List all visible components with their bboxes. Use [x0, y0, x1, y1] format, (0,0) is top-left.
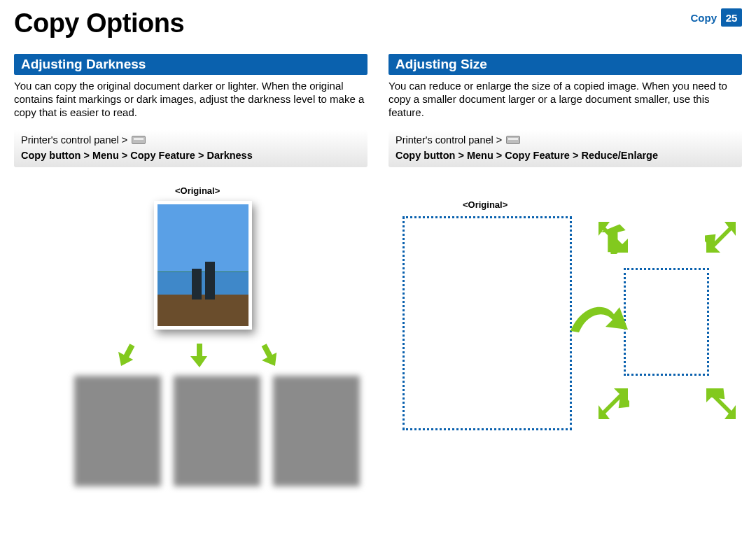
original-label: <Original>	[463, 199, 507, 210]
scanner-icon	[506, 136, 520, 144]
nav-path-bold: Copy button > Menu > Copy Feature > Dark…	[21, 149, 253, 162]
heading-adjusting-size: Adjusting Size	[388, 54, 742, 75]
column-adjusting-size: Adjusting Size You can reduce or enlarge…	[388, 54, 742, 489]
copy-result-dark	[273, 376, 360, 486]
nav-path-prefix: Printer's control panel >	[396, 134, 502, 146]
page-title: Copy Options	[14, 8, 184, 38]
arrow-in-icon	[596, 219, 632, 255]
body-adjusting-darkness: You can copy the original document darke…	[14, 79, 368, 120]
column-adjusting-darkness: Adjusting Darkness You can copy the orig…	[14, 54, 368, 489]
nav-path-darkness: Printer's control panel > Copy button > …	[14, 129, 368, 167]
original-photo	[154, 201, 252, 330]
original-label: <Original>	[175, 185, 220, 196]
heading-adjusting-darkness: Adjusting Darkness	[14, 54, 368, 75]
diagram-darkness: <Original>	[14, 181, 368, 489]
page-header: Copy Options Copy 25	[0, 0, 756, 38]
arrow-in-icon	[596, 386, 632, 422]
copy-result-light	[74, 376, 161, 486]
page-number-area: Copy 25	[691, 8, 743, 27]
scanner-icon	[132, 136, 146, 144]
nav-path-size: Printer's control panel > Copy button > …	[388, 129, 742, 167]
body-adjusting-size: You can reduce or enlarge the size of a …	[388, 79, 742, 120]
copy-result-medium	[174, 376, 260, 486]
content-columns: Adjusting Darkness You can copy the orig…	[0, 38, 756, 489]
original-outline	[402, 216, 572, 430]
arrow-in-icon	[702, 219, 738, 255]
reduced-outline	[624, 268, 709, 376]
arrow-down-icon	[190, 344, 209, 367]
arrow-curve-icon	[568, 299, 631, 341]
arrow-down-icon	[256, 341, 284, 370]
nav-path-bold: Copy button > Menu > Copy Feature > Redu…	[396, 149, 658, 162]
page-number-badge: 25	[721, 8, 742, 27]
nav-path-prefix: Printer's control panel >	[21, 134, 127, 146]
diagram-size: <Original>	[388, 181, 742, 461]
arrow-in-icon	[702, 386, 738, 422]
photo-image	[158, 204, 248, 326]
section-name: Copy	[691, 12, 718, 24]
arrow-down-icon	[113, 341, 141, 370]
